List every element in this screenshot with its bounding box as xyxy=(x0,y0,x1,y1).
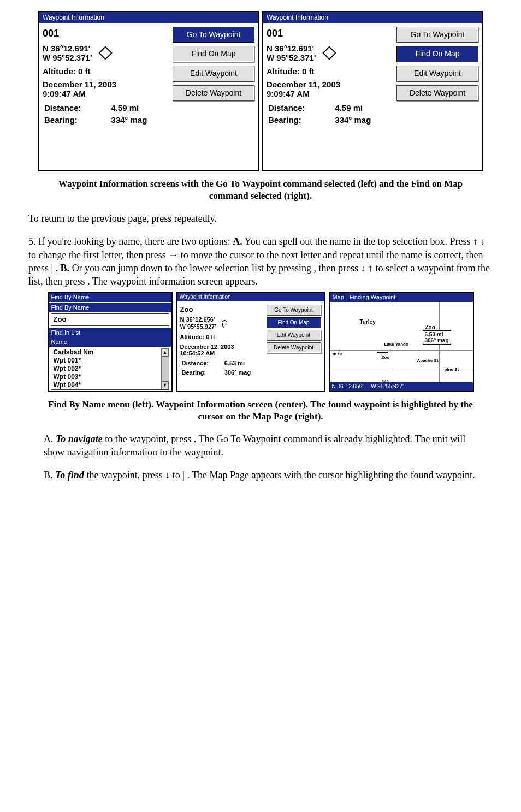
name-input[interactable]: Zoo xyxy=(51,313,169,325)
section-find-in-list-label: Find In List xyxy=(49,328,171,337)
edit-waypoint-button[interactable]: Edit Waypoint xyxy=(267,330,321,341)
waypoint-info-panel-center: Waypoint Information Zoo N 36°12.656' W … xyxy=(176,292,325,392)
coords: N 36°12.691' W 95°52.371' xyxy=(43,44,92,63)
waypoint-info-panel-left: Waypoint Information 001 N 36°12.691' W … xyxy=(38,11,259,171)
scrollbar[interactable] xyxy=(161,348,169,389)
panel-title: Waypoint Information xyxy=(177,293,324,301)
map-coords-footer: N 36°12.656' W 95°55.927' xyxy=(330,382,473,391)
paragraph-return: To return to the previous page, press re… xyxy=(28,212,493,225)
distance-bearing: Distance:4.59 mi Bearing:334° mag xyxy=(43,102,167,127)
map-label-lake: Lake Yahoo xyxy=(384,341,408,347)
edit-waypoint-button[interactable]: Edit Waypoint xyxy=(173,66,254,82)
goto-waypoint-button[interactable]: Go To Waypoint xyxy=(396,27,478,43)
paragraph-a: A. To navigate to the waypoint, press . … xyxy=(44,432,487,459)
paragraph-b: B. To find the waypoint, press ↓ to | . … xyxy=(44,469,487,482)
map-label-street: th St xyxy=(333,351,342,357)
altitude: Altitude: 0 ft xyxy=(267,66,391,77)
waypoint-info-panel-right: Waypoint Information 001 N 36°12.691' W … xyxy=(262,11,483,171)
delete-waypoint-button[interactable]: Delete Waypoint xyxy=(396,85,478,102)
coords: N 36°12.691' W 95°52.371' xyxy=(267,44,316,63)
altitude: Altitude: 0 ft xyxy=(180,333,261,341)
list-item[interactable]: Wpt 003* xyxy=(51,373,169,381)
section-find-by-name-label: Find By Name xyxy=(49,303,171,312)
distance-bearing: Distance:4.59 mi Bearing:334° mag xyxy=(267,102,391,127)
waypoint-symbol-icon xyxy=(99,46,113,60)
delete-waypoint-button[interactable]: Delete Waypoint xyxy=(267,342,321,353)
figure-2-caption: Find By Name menu (left). Waypoint Infor… xyxy=(45,399,476,423)
map-label-hwy: 244 xyxy=(382,378,389,382)
paragraph-step5: 5. If you're looking by name, there are … xyxy=(28,235,493,288)
panel-title: Map - Finding Waypoint xyxy=(330,293,473,302)
list-item[interactable]: Wpt 002* xyxy=(51,365,169,373)
list-item[interactable]: Wpt 004* xyxy=(51,381,169,389)
list-item[interactable]: Wpt 001* xyxy=(51,357,169,365)
waypoint-symbol-icon xyxy=(323,46,336,60)
find-on-map-button[interactable]: Find On Map xyxy=(173,46,254,62)
map-finding-waypoint-panel: Map - Finding Waypoint Turley Zoo 6.53 m… xyxy=(329,292,474,392)
coords: N 36°12.656' W 95°55.927' xyxy=(180,316,216,330)
timestamp: December 11, 2003 9:09:47 AM xyxy=(43,80,167,98)
column-header-name: Name xyxy=(49,337,171,347)
goto-waypoint-button[interactable]: Go To Waypoint xyxy=(267,305,321,316)
waypoint-name: Zoo xyxy=(180,305,261,315)
waypoint-name: 001 xyxy=(267,27,391,40)
find-on-map-button[interactable]: Find On Map xyxy=(267,317,321,328)
figure-1-caption: Waypoint Information screens with the Go… xyxy=(45,178,476,202)
map-info-box: 6.53 mi 306° mag xyxy=(423,330,451,345)
altitude: Altitude: 0 ft xyxy=(43,66,167,77)
find-on-map-button[interactable]: Find On Map xyxy=(396,46,478,62)
map-label-street: pine St xyxy=(445,366,459,372)
map-label-street: Apache St xyxy=(417,358,439,364)
timestamp: December 11, 2003 9:09:47 AM xyxy=(267,80,391,98)
list-item[interactable]: Carlsbad Nm xyxy=(51,348,169,357)
map-canvas[interactable]: Turley Zoo 6.53 mi 306° mag Lake Yahoo t… xyxy=(330,302,473,382)
panel-title: Waypoint Information xyxy=(39,12,258,23)
goto-waypoint-button[interactable]: Go To Waypoint xyxy=(173,27,254,43)
figure-1: Waypoint Information 001 N 36°12.691' W … xyxy=(28,11,493,171)
waypoint-name: 001 xyxy=(43,27,167,40)
figure-2: Find By Name Find By Name Zoo Find In Li… xyxy=(28,292,493,392)
pin-icon xyxy=(221,320,227,327)
timestamp: December 12, 2003 10:54:52 AM xyxy=(180,343,261,357)
edit-waypoint-button[interactable]: Edit Waypoint xyxy=(396,66,478,82)
panel-title: Find By Name xyxy=(49,293,171,302)
map-label-turley: Turley xyxy=(360,318,376,326)
waypoint-list[interactable]: Carlsbad Nm Wpt 001* Wpt 002* Wpt 003* W… xyxy=(51,348,169,389)
panel-title: Waypoint Information xyxy=(263,12,482,23)
delete-waypoint-button[interactable]: Delete Waypoint xyxy=(173,85,254,102)
find-by-name-panel: Find By Name Find By Name Zoo Find In Li… xyxy=(48,292,173,392)
map-cursor-icon xyxy=(377,347,388,358)
distance-bearing: Distance:6.53 mi Bearing:306° mag xyxy=(180,358,261,378)
